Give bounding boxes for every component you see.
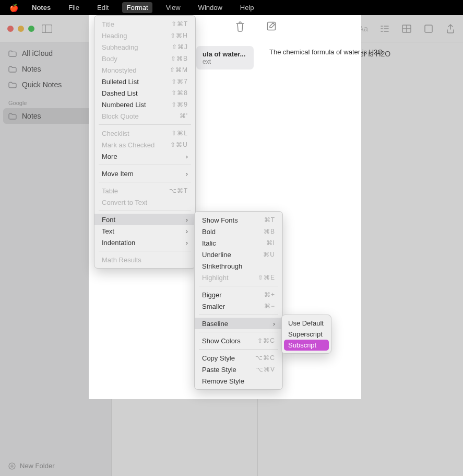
menu-item-label: Indentation (102, 239, 135, 247)
menu-item-label: Baseline (202, 320, 228, 328)
menu-item-label: Highlight (202, 274, 229, 282)
format-menu-item-checklist: Checklist⇧⌘L (94, 127, 195, 139)
menu-item-label: Remove Style (202, 377, 244, 385)
menu-item-label: Paste Style (202, 366, 236, 374)
keyboard-shortcut: ⇧⌘B (171, 55, 188, 62)
menu-item-label: More (102, 153, 117, 160)
menu-window[interactable]: Window (194, 2, 227, 13)
font-menu-item-baseline[interactable]: Baseline› (195, 318, 282, 329)
apple-menu-icon[interactable]: 🍎 (9, 4, 18, 12)
format-menu-item-dashed-list[interactable]: Dashed List⇧⌘8 (94, 87, 195, 99)
font-menu-item-remove-style[interactable]: Remove Style (195, 375, 282, 387)
keyboard-shortcut: ⇧⌘U (170, 141, 188, 148)
note-card-front[interactable]: ula of water... ext (196, 46, 254, 69)
menu-item-label: Smaller (202, 303, 225, 310)
format-menu-item-numbered-list[interactable]: Numbered List⇧⌘9 (94, 99, 195, 110)
keyboard-shortcut: ⌥⌘T (169, 187, 188, 194)
menu-item-label: Copy Style (202, 354, 235, 362)
keyboard-shortcut: ⇧⌘9 (171, 101, 188, 108)
menu-item-label: Font (102, 216, 115, 224)
keyboard-shortcut: ⌘− (264, 303, 275, 310)
note-body-text-front: The chemical formula of water is H2O (269, 48, 383, 56)
font-menu-item-copy-style[interactable]: Copy Style⌥⌘C (195, 352, 282, 364)
format-menu-item-subheading: Subheading⇧⌘J (94, 41, 195, 53)
font-menu-item-paste-style[interactable]: Paste Style⌥⌘V (195, 364, 282, 375)
font-menu-separator (199, 315, 278, 315)
format-menu-item-indentation[interactable]: Indentation› (94, 237, 195, 248)
menu-help[interactable]: Help (236, 2, 258, 13)
format-menu-separator (99, 251, 191, 251)
keyboard-shortcut: ⌘B (264, 228, 275, 235)
note-card-title: ula of water... (203, 50, 247, 58)
format-menu-separator (99, 165, 191, 165)
format-menu-item-block-quote: Block Quote⌘' (94, 110, 195, 122)
keyboard-shortcut: ⇧⌘J (172, 43, 188, 51)
font-menu-item-show-colors[interactable]: Show Colors⇧⌘C (195, 335, 282, 346)
menu-item-label: Italic (202, 239, 216, 247)
font-menu-item-strikethrough[interactable]: Strikethrough (195, 260, 282, 272)
compose-note-icon[interactable] (266, 21, 277, 32)
font-menu-item-show-fonts[interactable]: Show Fonts⌘T (195, 214, 282, 226)
format-menu-item-heading: Heading⇧⌘H (94, 30, 195, 41)
menu-item-label: Dashed List (102, 89, 138, 97)
keyboard-shortcut: ⌥⌘V (256, 366, 275, 373)
keyboard-shortcut: ⇧⌘T (171, 20, 188, 28)
keyboard-shortcut: ⌘+ (264, 291, 275, 298)
menu-edit[interactable]: Edit (93, 2, 113, 13)
format-menu-item-mark-as-checked: Mark as Checked⇧⌘U (94, 139, 195, 150)
font-menu-item-italic[interactable]: Italic⌘I (195, 237, 282, 249)
menu-item-label: Show Colors (202, 337, 241, 345)
submenu-arrow-icon: › (186, 153, 188, 160)
font-menu-item-highlight: Highlight⇧⌘E (195, 272, 282, 283)
submenu-arrow-icon: › (186, 170, 188, 178)
format-menu-item-text[interactable]: Text› (94, 225, 195, 237)
keyboard-shortcut: ⌥⌘C (255, 354, 275, 362)
menu-file[interactable]: File (64, 2, 84, 13)
keyboard-shortcut: ⇧⌘7 (171, 78, 188, 85)
menu-item-label: Move Item (102, 170, 134, 178)
font-menu-item-smaller[interactable]: Smaller⌘− (195, 300, 282, 312)
menu-item-label: Text (102, 227, 114, 235)
font-submenu: Show Fonts⌘TBold⌘BItalic⌘IUnderline⌘UStr… (194, 211, 283, 390)
submenu-arrow-icon: › (186, 239, 188, 247)
menu-item-label: Superscript (288, 330, 323, 338)
menu-view[interactable]: View (162, 2, 185, 13)
font-menu-item-bold[interactable]: Bold⌘B (195, 226, 282, 237)
menu-item-label: Table (102, 187, 118, 195)
keyboard-shortcut: ⇧⌘C (257, 337, 275, 344)
menu-item-label: Block Quote (102, 112, 139, 120)
baseline-menu-item-superscript[interactable]: Superscript (284, 329, 329, 340)
delete-note-icon[interactable] (235, 21, 245, 32)
baseline-menu-item-subscript[interactable]: Subscript (284, 340, 329, 351)
baseline-menu-item-use-default[interactable]: Use Default (284, 318, 329, 329)
font-menu-item-bigger[interactable]: Bigger⌘+ (195, 289, 282, 300)
menu-format[interactable]: Format (122, 2, 152, 13)
format-menu-item-move-item[interactable]: Move Item› (94, 168, 195, 179)
format-menu-item-more[interactable]: More› (94, 150, 195, 162)
format-menu: Title⇧⌘THeading⇧⌘HSubheading⇧⌘JBody⇧⌘BMo… (94, 15, 196, 269)
menu-item-label: Use Default (288, 319, 324, 327)
menu-item-label: Mark as Checked (102, 141, 155, 149)
keyboard-shortcut: ⌘I (266, 239, 275, 247)
svg-rect-7 (268, 22, 276, 30)
keyboard-shortcut: ⇧⌘E (258, 274, 275, 281)
menu-item-label: Subscript (288, 341, 316, 349)
submenu-arrow-icon: › (186, 227, 188, 235)
font-menu-item-underline[interactable]: Underline⌘U (195, 249, 282, 260)
format-menu-item-font[interactable]: Font› (94, 214, 195, 225)
keyboard-shortcut: ⇧⌘H (170, 32, 188, 39)
format-menu-item-table: Table⌥⌘T (94, 185, 195, 196)
app-name[interactable]: Notes (28, 2, 55, 13)
format-menu-separator (99, 211, 191, 211)
menu-item-label: Math Results (102, 256, 141, 264)
baseline-submenu: Use DefaultSuperscriptSubscript (281, 315, 331, 354)
format-menu-separator (99, 182, 191, 182)
menu-item-label: Monostyled (102, 66, 136, 74)
submenu-arrow-icon: › (186, 216, 188, 224)
format-menu-item-title: Title⇧⌘T (94, 18, 195, 30)
menu-item-label: Show Fonts (202, 216, 238, 224)
format-menu-item-bulleted-list[interactable]: Bulleted List⇧⌘7 (94, 76, 195, 87)
keyboard-shortcut: ⌘T (264, 216, 275, 224)
menu-item-label: Title (102, 20, 114, 28)
menu-item-label: Underline (202, 251, 231, 259)
